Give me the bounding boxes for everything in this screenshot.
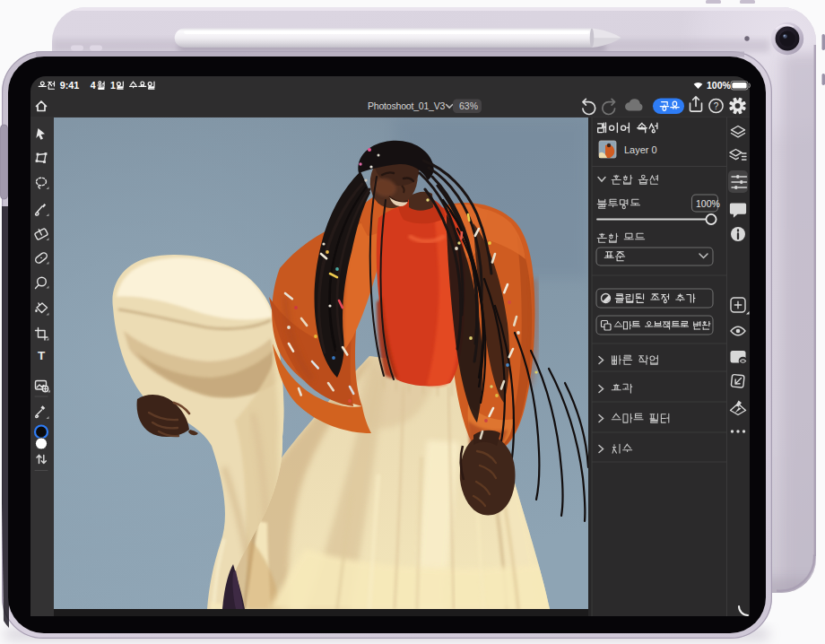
- svg-text:4: 4: [91, 80, 96, 91]
- svg-text:9:41: 9:41: [60, 80, 80, 91]
- svg-text:?: ?: [714, 101, 719, 111]
- svg-text:T: T: [38, 349, 46, 362]
- svg-text:100%: 100%: [696, 198, 720, 209]
- svg-text:1: 1: [110, 80, 116, 91]
- svg-text:Photoshoot_01_V3: Photoshoot_01_V3: [368, 100, 445, 111]
- svg-text:Layer 0: Layer 0: [624, 144, 657, 155]
- svg-text:63%: 63%: [459, 100, 478, 111]
- svg-text:100%: 100%: [707, 80, 732, 91]
